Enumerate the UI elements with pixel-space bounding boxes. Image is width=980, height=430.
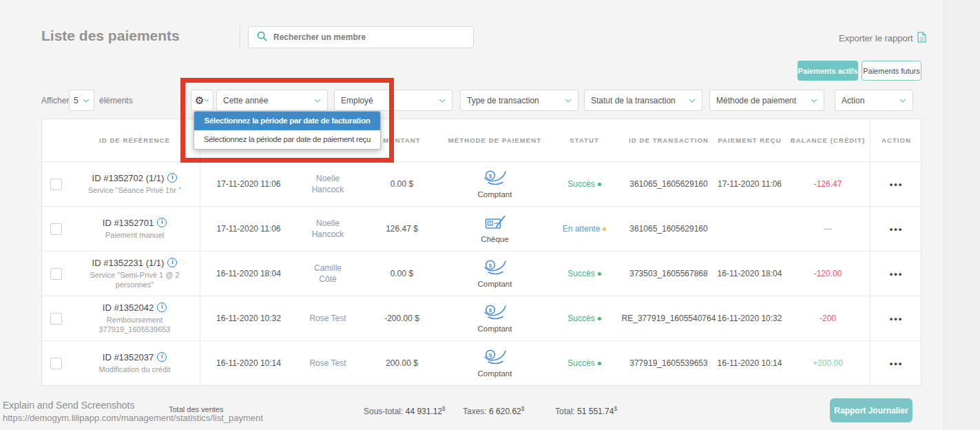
export-report-label: Exporter le rapport	[839, 33, 913, 43]
employee-name: Camille Côté	[306, 263, 350, 285]
info-icon[interactable]: i	[167, 173, 177, 183]
status-badge: En attente	[563, 224, 607, 234]
filter-employee[interactable]: Employé	[334, 90, 452, 111]
billing-date: 17-11-2020 11:06	[200, 207, 297, 251]
payment-received-date: 16-11-2020 18:04	[713, 252, 786, 296]
employee-name: Rose Test	[309, 358, 346, 369]
status-label: En attente	[563, 224, 601, 234]
chevron-down-icon	[204, 99, 209, 102]
payment-method-label: Comptant	[478, 369, 512, 378]
filter-employee-value: Employé	[341, 96, 373, 105]
cash-icon: $	[483, 349, 507, 369]
employee-cell: Rose Test	[297, 296, 359, 340]
status-badge: Succès	[567, 358, 601, 368]
column-header: ACTION	[870, 119, 922, 161]
page-size-value: 5	[74, 96, 79, 105]
reference-cell: ID #1352037iModification du crédit	[70, 341, 200, 385]
chevron-down-icon	[899, 99, 906, 103]
reference-subtitle: Remboursement 377919_1605539653	[78, 315, 191, 335]
tab-active-payments[interactable]: Paiements actifs	[797, 61, 858, 81]
row-checkbox[interactable]	[50, 358, 62, 369]
employee-name: Noelle Hancock	[306, 218, 350, 240]
row-actions-button[interactable]: •••	[890, 224, 904, 234]
info-icon[interactable]: i	[157, 352, 167, 362]
filter-transaction-type[interactable]: Type de transaction	[460, 90, 578, 111]
info-icon[interactable]: i	[167, 258, 177, 267]
table-row: ID #1352701iPaiement manuel17-11-2020 11…	[42, 206, 921, 251]
period-settings-button[interactable]: ⚙	[191, 90, 213, 111]
gear-icon: ⚙	[195, 95, 204, 105]
reference-id: ID #1352042i	[103, 303, 167, 313]
transaction-id: 361065_1605629160	[624, 162, 713, 206]
tab-future-payments[interactable]: Paiements futurs	[862, 61, 921, 81]
employee-cell: Noelle Hancock	[297, 207, 359, 251]
payment-method-cell: $Comptant	[445, 296, 545, 340]
member-search	[248, 26, 474, 48]
filter-period-value: Cette année	[223, 96, 268, 105]
status-label: Succès	[567, 358, 594, 368]
cash-icon: $	[483, 304, 507, 324]
column-header: BALANCE (CRÉDIT)	[786, 119, 870, 161]
reference-id: ID #1352702 (1/1)i	[92, 173, 178, 183]
employee-cell: Noelle Hancock	[297, 162, 359, 206]
amount: 0.00 $	[359, 252, 445, 296]
reference-subtitle: Modification du crédit	[99, 365, 171, 374]
reference-cell: ID #1352701iPaiement manuel	[70, 207, 200, 251]
filter-transaction-status[interactable]: Statut de la transaction	[584, 90, 702, 111]
info-icon[interactable]: i	[157, 303, 167, 312]
table-header-row: ID DE RÉFÉRENCEMONTANTMÉTHODE DE PAIEMEN…	[42, 119, 921, 161]
svg-text:$: $	[488, 352, 492, 358]
row-checkbox[interactable]	[50, 178, 62, 190]
period-option-billing-date[interactable]: Sélectionnez la période par date de fact…	[194, 112, 380, 130]
row-checkbox[interactable]	[50, 313, 62, 325]
period-dropdown-menu: Sélectionnez la période par date de fact…	[194, 111, 381, 150]
action-cell: •••	[870, 207, 922, 251]
filter-action[interactable]: Action	[835, 90, 913, 111]
action-cell: •••	[870, 162, 922, 206]
status-badge: Succès	[567, 179, 601, 189]
items-label: éléments	[99, 96, 133, 105]
chevron-down-icon	[83, 99, 90, 103]
row-actions-button[interactable]: •••	[890, 179, 904, 190]
column-header: PAIEMENT REÇU	[713, 119, 786, 161]
filter-payment-method[interactable]: Méthode de paiement	[709, 90, 824, 111]
filter-transaction-status-value: Statut de la transaction	[591, 96, 676, 105]
filter-period[interactable]: Cette année	[216, 90, 328, 111]
row-actions-button[interactable]: •••	[890, 314, 904, 324]
column-header	[42, 119, 70, 161]
column-header: ID DE RÉFÉRENCE	[70, 119, 200, 161]
action-cell: •••	[870, 341, 922, 385]
taxes-value: Taxes: 6 620.62$	[463, 405, 524, 416]
status-cell: En attente	[545, 207, 624, 251]
svg-text:$: $	[488, 173, 492, 179]
info-icon[interactable]: i	[157, 218, 167, 227]
transaction-id: 373503_1605567868	[624, 252, 713, 296]
subtotal-value: Sous-total: 44 931.12$	[364, 405, 446, 416]
page-size-select[interactable]: 5	[69, 90, 94, 111]
search-input[interactable]	[273, 32, 459, 42]
payment-method-cell: $Comptant	[445, 252, 545, 296]
payment-method-label: Comptant	[478, 325, 512, 333]
page-right-gutter	[943, 0, 980, 430]
balance-value: -200	[786, 296, 870, 340]
employee-cell: Rose Test	[297, 341, 359, 385]
chevron-down-icon	[565, 99, 572, 103]
row-checkbox[interactable]	[50, 223, 62, 235]
row-checkbox[interactable]	[50, 268, 62, 280]
table-body: ID #1352702 (1/1)iService "Séance Privé …	[42, 161, 921, 385]
billing-date: 16-11-2020 10:14	[200, 341, 297, 385]
daily-report-button[interactable]: Rapport Journalier	[830, 398, 913, 422]
payment-received-date: 17-11-2020 11:06	[713, 162, 786, 206]
search-icon	[257, 31, 267, 44]
status-badge: Succès	[567, 269, 601, 278]
billing-date: 16-11-2020 18:04	[200, 252, 297, 296]
export-report-link[interactable]: Exporter le rapport	[839, 32, 926, 45]
column-header: STATUT	[545, 119, 624, 161]
period-option-payment-received-date[interactable]: Sélectionnez la période par date de paie…	[194, 130, 380, 149]
reference-cell: ID #1352702 (1/1)iService "Séance Privé …	[70, 162, 200, 206]
checkbox-cell	[42, 162, 70, 206]
reference-cell: ID #1352042iRemboursement 377919_1605539…	[70, 296, 200, 340]
payment-received-date: 16-11-2020 10:32	[713, 296, 786, 340]
row-actions-button[interactable]: •••	[890, 358, 904, 369]
row-actions-button[interactable]: •••	[890, 269, 904, 279]
